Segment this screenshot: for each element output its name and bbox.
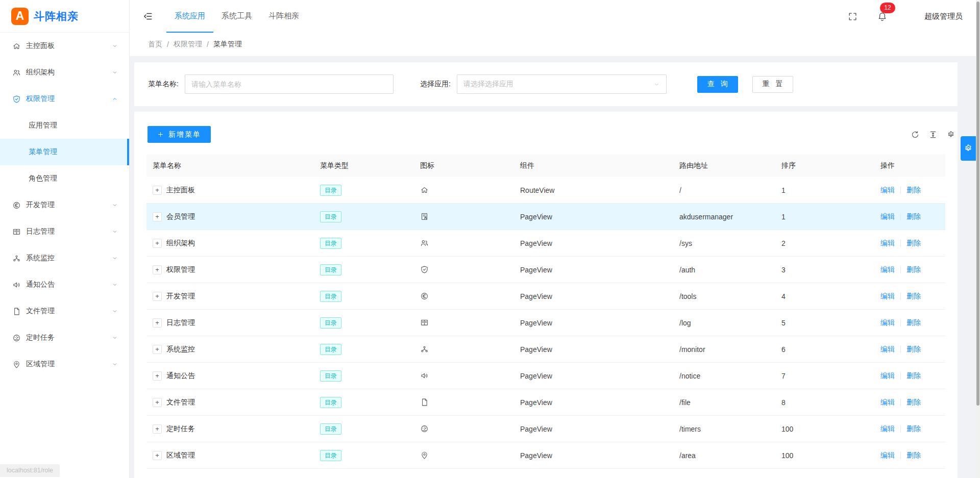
column-header-组件: 组件	[514, 161, 673, 170]
cell-menu-name: +主控面板	[146, 186, 314, 195]
team-icon	[420, 239, 429, 247]
delete-link[interactable]: 删除	[906, 212, 921, 221]
sidebar-item-开发管理[interactable]: 开发管理	[0, 192, 129, 218]
edit-link[interactable]: 编辑	[880, 292, 895, 301]
user-name[interactable]: 超级管理员	[924, 12, 963, 21]
table-row: +组织架构目录PageView/sys2编辑删除	[146, 230, 945, 257]
type-badge: 目录	[320, 211, 341, 222]
reset-button[interactable]: 重 置	[752, 76, 793, 93]
delete-link[interactable]: 删除	[906, 186, 921, 195]
scrollbar-thumb[interactable]	[976, 2, 979, 406]
delete-link[interactable]: 删除	[906, 398, 921, 407]
sidebar-item-文件管理[interactable]: 文件管理	[0, 298, 129, 324]
sidebar-subitem-角色管理[interactable]: 角色管理	[0, 165, 129, 192]
sidebar-item-label: 区域管理	[26, 360, 112, 369]
sidebar-item-区域管理[interactable]: 区域管理	[0, 351, 129, 378]
tab-斗阵相亲[interactable]: 斗阵相亲	[260, 0, 307, 33]
notification-bell[interactable]: 12	[877, 11, 888, 22]
row-expand-button[interactable]: +	[153, 318, 162, 328]
filter-card: 菜单名称: 选择应用: 请选择选择应用 查 询 重 置	[134, 62, 958, 106]
menu-name-label: 菜单名称:	[148, 80, 179, 89]
tab-系统应用[interactable]: 系统应用	[166, 0, 213, 33]
delete-link[interactable]: 删除	[906, 239, 921, 248]
row-path: /notice	[679, 372, 700, 380]
cluster-icon	[12, 254, 21, 263]
cell-icon	[414, 318, 514, 327]
sidebar-item-主控面板[interactable]: 主控面板	[0, 33, 129, 59]
add-menu-button[interactable]: 新增菜单	[148, 126, 211, 143]
cell-actions: 编辑删除	[874, 424, 945, 434]
table-tools	[902, 130, 955, 139]
delete-link[interactable]: 删除	[906, 318, 921, 328]
search-button[interactable]: 查 询	[697, 76, 738, 93]
row-expand-button[interactable]: +	[153, 424, 162, 434]
row-path: /area	[679, 451, 696, 460]
plus-icon	[157, 131, 164, 138]
sidebar-item-组织架构[interactable]: 组织架构	[0, 59, 129, 86]
chevron-down-icon	[112, 335, 118, 341]
table-row: +定时任务目录PageView/timers100编辑删除	[146, 416, 945, 442]
refresh-icon[interactable]	[911, 130, 920, 139]
column-header-图标: 图标	[414, 161, 514, 170]
delete-link[interactable]: 删除	[906, 424, 921, 434]
row-expand-button[interactable]: +	[153, 186, 162, 195]
row-expand-button[interactable]: +	[153, 239, 162, 248]
edit-link[interactable]: 编辑	[880, 451, 895, 460]
row-menu-name: 日志管理	[166, 318, 195, 328]
row-expand-button[interactable]: +	[153, 451, 162, 460]
edit-link[interactable]: 编辑	[880, 239, 895, 248]
delete-link[interactable]: 删除	[906, 292, 921, 301]
edit-link[interactable]: 编辑	[880, 345, 895, 354]
breadcrumb-item-首页[interactable]: 首页	[148, 40, 162, 49]
app-select[interactable]: 请选择选择应用	[457, 74, 667, 94]
breadcrumb-item-权限管理[interactable]: 权限管理	[174, 40, 202, 49]
edit-link[interactable]: 编辑	[880, 318, 895, 328]
delete-link[interactable]: 删除	[906, 345, 921, 354]
row-expand-button[interactable]: +	[153, 398, 162, 407]
delete-link[interactable]: 删除	[906, 371, 921, 381]
sidebar-subitem-菜单管理[interactable]: 菜单管理	[0, 139, 129, 165]
row-expand-button[interactable]: +	[153, 371, 162, 381]
column-setting-icon[interactable]	[946, 130, 955, 139]
row-path: akdusermanager	[679, 213, 733, 221]
row-component: PageView	[520, 398, 552, 407]
type-badge: 目录	[320, 291, 341, 302]
edit-link[interactable]: 编辑	[880, 212, 895, 221]
edit-link[interactable]: 编辑	[880, 398, 895, 407]
edit-link[interactable]: 编辑	[880, 265, 895, 274]
sidebar-item-日志管理[interactable]: 日志管理	[0, 218, 129, 245]
menu-name-input[interactable]	[185, 74, 394, 94]
delete-link[interactable]: 删除	[906, 451, 921, 460]
row-expand-button[interactable]: +	[153, 265, 162, 274]
read-icon	[420, 318, 429, 327]
cell-icon	[414, 212, 514, 221]
action-divider	[900, 266, 901, 273]
row-path: /timers	[679, 425, 701, 433]
row-path: /monitor	[679, 345, 705, 354]
row-expand-button[interactable]: +	[153, 292, 162, 301]
edit-link[interactable]: 编辑	[880, 186, 895, 195]
edit-link[interactable]: 编辑	[880, 371, 895, 381]
row-expand-button[interactable]: +	[153, 345, 162, 354]
action-divider	[900, 346, 901, 353]
sidebar-item-定时任务[interactable]: 定时任务	[0, 324, 129, 351]
edit-link[interactable]: 编辑	[880, 424, 895, 434]
sidebar-item-通知公告[interactable]: 通知公告	[0, 271, 129, 298]
cell-menu-name: +通知公告	[146, 371, 314, 381]
row-expand-button[interactable]: +	[153, 212, 162, 221]
fullscreen-icon[interactable]	[848, 12, 857, 21]
page-scrollbar[interactable]	[976, 0, 980, 478]
sidebar-subitem-应用管理[interactable]: 应用管理	[0, 112, 129, 139]
tab-系统工具[interactable]: 系统工具	[213, 0, 260, 33]
theme-setting-button[interactable]	[961, 136, 976, 161]
topbar: 系统应用系统工具斗阵相亲 12 超级管理员	[130, 0, 980, 33]
type-badge: 目录	[320, 317, 341, 329]
menu-fold-icon[interactable]	[143, 11, 153, 21]
sidebar-item-系统监控[interactable]: 系统监控	[0, 245, 129, 271]
delete-link[interactable]: 删除	[906, 265, 921, 274]
sidebar-item-权限管理[interactable]: 权限管理	[0, 86, 129, 112]
row-menu-name: 通知公告	[166, 371, 195, 381]
row-height-icon[interactable]	[928, 130, 938, 139]
logo[interactable]: A 斗阵相亲	[0, 0, 129, 33]
action-divider	[900, 240, 901, 247]
